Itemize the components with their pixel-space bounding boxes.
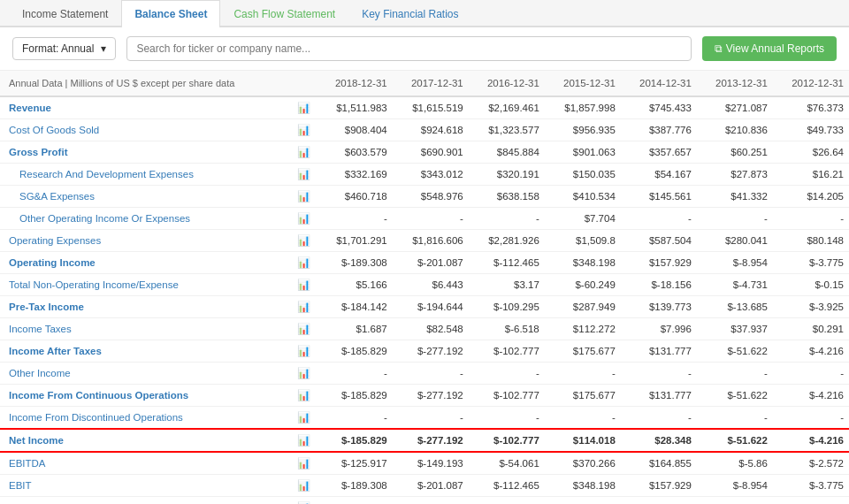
cell-value: $745.433 bbox=[621, 96, 697, 119]
cell-value: 245 bbox=[317, 497, 393, 505]
format-select[interactable]: Format: Annual ▾ bbox=[12, 37, 116, 60]
chart-icon[interactable]: 📊 bbox=[292, 274, 317, 296]
cell-value: $7.704 bbox=[545, 208, 621, 230]
cell-value: $-3.775 bbox=[773, 252, 849, 274]
cell-value: $348.198 bbox=[545, 252, 621, 274]
table-row: Operating Income📊$-189.308$-201.087$-112… bbox=[0, 252, 849, 274]
cell-value: $60.251 bbox=[697, 141, 773, 164]
cell-value: $145.561 bbox=[621, 186, 697, 208]
cell-value: $76.373 bbox=[773, 96, 849, 119]
cell-value: $-102.777 bbox=[469, 429, 545, 452]
cell-value: $0.291 bbox=[773, 318, 849, 340]
cell-value: $-51.622 bbox=[697, 340, 773, 363]
table-row: Other Income📊------- bbox=[0, 363, 849, 385]
cell-value: $1,511.983 bbox=[317, 96, 393, 119]
chart-icon[interactable]: 📊 bbox=[292, 164, 317, 186]
cell-value: $27.873 bbox=[697, 164, 773, 186]
chart-icon[interactable]: 📊 bbox=[292, 429, 317, 452]
table-row: Operating Expenses📊$1,701.291$1,816.606$… bbox=[0, 230, 849, 252]
table-row: Income From Continuous Operations📊$-185.… bbox=[0, 385, 849, 407]
cell-value: $908.404 bbox=[317, 119, 393, 141]
cell-value: $-4.731 bbox=[697, 274, 773, 296]
chart-icon[interactable]: 📊 bbox=[292, 252, 317, 274]
tab-key-ratios[interactable]: Key Financial Ratios bbox=[348, 0, 471, 27]
cell-value: - bbox=[621, 407, 697, 430]
cell-value: $28.348 bbox=[621, 429, 697, 452]
cell-value: $82.548 bbox=[393, 318, 469, 340]
table-row: SG&A Expenses📊$460.718$548.976$638.158$4… bbox=[0, 186, 849, 208]
cell-value: - bbox=[621, 363, 697, 385]
cell-value: $-201.087 bbox=[393, 252, 469, 274]
page-wrapper: Income Statement Balance Sheet Cash Flow… bbox=[0, 0, 849, 504]
cell-value: $348.198 bbox=[545, 475, 621, 497]
chart-icon[interactable]: 📊 bbox=[292, 385, 317, 407]
cell-value: $690.901 bbox=[393, 141, 469, 164]
chart-icon[interactable]: 📊 bbox=[292, 119, 317, 141]
chart-icon[interactable]: 📊 bbox=[292, 452, 317, 475]
chart-icon[interactable]: 📊 bbox=[292, 96, 317, 119]
cell-value: $-8.954 bbox=[697, 252, 773, 274]
header-2016: 2016-12-31 bbox=[469, 71, 545, 96]
chart-icon[interactable]: 📊 bbox=[292, 186, 317, 208]
cell-value: - bbox=[393, 407, 469, 430]
cell-value: $139.773 bbox=[621, 296, 697, 318]
table-row: EBIT📊$-189.308$-201.087$-112.465$348.198… bbox=[0, 475, 849, 497]
cell-value: $845.884 bbox=[469, 141, 545, 164]
table-row: Income From Discontinued Operations📊----… bbox=[0, 407, 849, 430]
cell-value: $1,701.291 bbox=[317, 230, 393, 252]
tab-balance-sheet[interactable]: Balance Sheet bbox=[121, 0, 220, 27]
cell-value: $-277.192 bbox=[393, 340, 469, 363]
cell-value: $-189.308 bbox=[317, 252, 393, 274]
chart-icon[interactable]: 📊 bbox=[292, 208, 317, 230]
table-row: Total Non-Operating Income/Expense📊$5.16… bbox=[0, 274, 849, 296]
cell-value: - bbox=[697, 407, 773, 430]
cell-value: $-149.193 bbox=[393, 452, 469, 475]
cell-value: $-4.216 bbox=[773, 340, 849, 363]
cell-value: $320.191 bbox=[469, 164, 545, 186]
header-2015: 2015-12-31 bbox=[545, 71, 621, 96]
tab-income-statement[interactable]: Income Statement bbox=[9, 0, 121, 27]
header-2018: 2018-12-31 bbox=[317, 71, 393, 96]
table-container: Annual Data | Millions of US $ except pe… bbox=[0, 71, 849, 504]
cell-value: $14.205 bbox=[773, 186, 849, 208]
cell-value: $-125.917 bbox=[317, 452, 393, 475]
chart-icon[interactable]: 📊 bbox=[292, 363, 317, 385]
cell-value: $-189.308 bbox=[317, 475, 393, 497]
cell-value: $-112.465 bbox=[469, 475, 545, 497]
cell-value: - bbox=[317, 407, 393, 430]
chart-icon[interactable]: 📊 bbox=[292, 497, 317, 505]
chart-icon[interactable]: 📊 bbox=[292, 230, 317, 252]
chart-icon[interactable]: 📊 bbox=[292, 340, 317, 363]
cell-value: $-51.622 bbox=[697, 385, 773, 407]
view-reports-button[interactable]: ⧉ View Annual Reports bbox=[702, 36, 837, 61]
row-label: Other Operating Income Or Expenses bbox=[0, 208, 292, 230]
chart-icon[interactable]: 📊 bbox=[292, 407, 317, 430]
cell-value: $-3.925 bbox=[773, 296, 849, 318]
cell-value: $150.035 bbox=[545, 164, 621, 186]
table-row: Revenue📊$1,511.983$1,615.519$2,169.461$1… bbox=[0, 96, 849, 119]
cell-value: $2,169.461 bbox=[469, 96, 545, 119]
cell-value: $175.677 bbox=[545, 385, 621, 407]
cell-value: $26.64 bbox=[773, 141, 849, 164]
header-label: Annual Data | Millions of US $ except pe… bbox=[0, 71, 292, 96]
chart-icon[interactable]: 📊 bbox=[292, 141, 317, 164]
cell-value: $175.677 bbox=[545, 340, 621, 363]
cell-value: $157.929 bbox=[621, 252, 697, 274]
chart-icon[interactable]: 📊 bbox=[292, 318, 317, 340]
cell-value: $49.733 bbox=[773, 119, 849, 141]
cell-value: - bbox=[545, 407, 621, 430]
search-input[interactable] bbox=[126, 36, 692, 61]
cell-value: $-102.777 bbox=[469, 385, 545, 407]
chart-icon[interactable]: 📊 bbox=[292, 475, 317, 497]
cell-value: 37 bbox=[773, 497, 849, 505]
cell-value: $-5.86 bbox=[697, 452, 773, 475]
cell-value: $1.687 bbox=[317, 318, 393, 340]
cell-value: $131.777 bbox=[621, 385, 697, 407]
tab-cash-flow[interactable]: Cash Flow Statement bbox=[220, 0, 348, 27]
cell-value: $410.534 bbox=[545, 186, 621, 208]
cell-value: - bbox=[773, 208, 849, 230]
chart-icon[interactable]: 📊 bbox=[292, 296, 317, 318]
cell-value: $-0.15 bbox=[773, 274, 849, 296]
cell-value: $287.949 bbox=[545, 296, 621, 318]
cell-value: $1,323.577 bbox=[469, 119, 545, 141]
